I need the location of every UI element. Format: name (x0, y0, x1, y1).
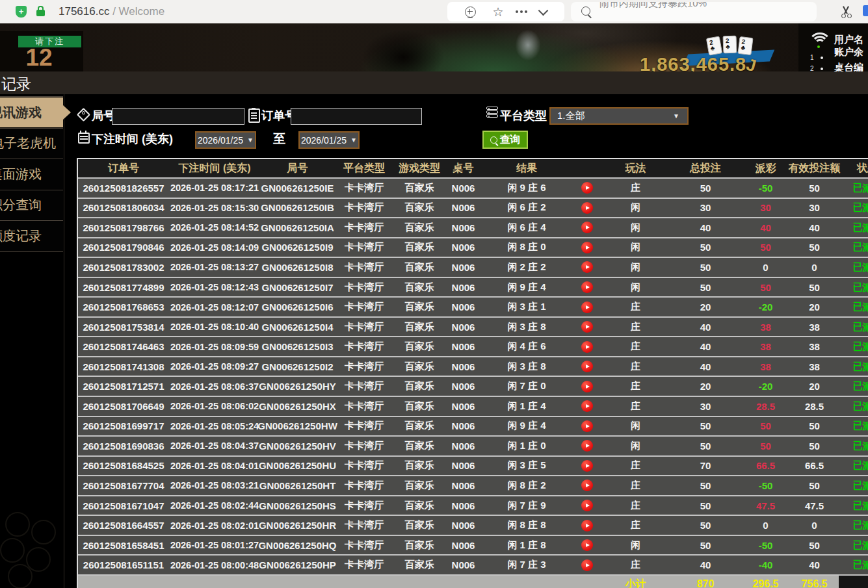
url-host: 175616.cc (59, 5, 109, 18)
cell-valid-bet: 50 (790, 476, 839, 495)
cell-status: 已派彩 (839, 437, 868, 455)
cell-valid-bet: 50 (790, 437, 839, 455)
play-video-button[interactable] (581, 381, 593, 392)
cell-bet-time: 2026-01-25 08:09:59 (169, 337, 260, 356)
scissors-icon[interactable] (840, 5, 853, 18)
cell-order-no: 260125081806034 (78, 199, 169, 218)
address-bar[interactable]: 175616.cc / Welcome (59, 5, 164, 18)
play-video-button[interactable] (581, 281, 593, 293)
play-video-button[interactable] (581, 261, 593, 273)
cell-order-no: 260125081677704 (78, 476, 169, 495)
cell-game-type: 百家乐 (393, 417, 445, 436)
date-from-select[interactable]: 2026/01/25▼ (195, 131, 256, 149)
table-row: 260125081658451 2026-01-25 08:01:27 GN00… (78, 535, 868, 555)
bet-records-table: 订单号 下注时间 (美东) 局号 平台类型 游戏类型 桌号 结果 玩法 总投注 … (77, 158, 868, 588)
cell-result: 闲 8 庄 0 (481, 238, 572, 257)
play-video-button[interactable] (581, 460, 593, 472)
play-video-button[interactable] (581, 479, 593, 491)
cell-platform: 卡卡湾厅 (335, 238, 393, 257)
date-to-select[interactable]: 2026/01/25▼ (298, 131, 360, 149)
cell-play: 庄 (601, 516, 670, 535)
search-input[interactable]: 闹市内期间支持暴跌10% (571, 2, 817, 21)
play-icon (586, 325, 590, 329)
play-video-button[interactable] (581, 202, 593, 214)
play-video-button[interactable] (581, 301, 593, 313)
platform-type-label: 平台类型 (500, 108, 547, 123)
cell-platform: 卡卡湾厅 (335, 337, 393, 356)
sidebar-item-points-query[interactable]: 积分查询 (0, 190, 63, 220)
cell-result: 闲 1 庄 4 (481, 397, 572, 416)
sidebar-item-table-games[interactable]: 桌面游戏 (0, 159, 63, 189)
play-video-button[interactable] (581, 341, 593, 353)
cell-game-type: 百家乐 (393, 298, 445, 316)
cell-platform: 卡卡湾厅 (335, 278, 393, 297)
sidebar-item-live-games[interactable]: 视讯游戏 (0, 97, 63, 127)
cell-order-no: 260125081658451 (78, 536, 169, 555)
header-bet-time: 下注时间 (美东) (169, 162, 260, 175)
zoom-plus-icon[interactable] (465, 6, 476, 18)
chevron-down-icon[interactable] (538, 5, 549, 16)
cell-payout: 38 (741, 318, 790, 337)
more-icon[interactable] (520, 10, 523, 13)
cell-status: 已派彩 (839, 457, 868, 476)
platform-select[interactable]: 1.全部▼ (549, 107, 689, 125)
cell-status: 已派彩 (839, 337, 868, 356)
cell-game-no: GN006261250I3 (260, 337, 335, 356)
shield-icon[interactable]: + (16, 6, 27, 18)
table-row: 260125081790846 2026-01-25 08:14:09 GN00… (78, 237, 868, 257)
cell-table-no: N006 (445, 437, 481, 455)
caret-down-icon: ▼ (247, 136, 254, 144)
sidebar-item-slots[interactable]: 电子老虎机 (0, 129, 63, 158)
cell-result: 闲 7 庄 0 (481, 377, 572, 396)
play-icon (586, 524, 590, 528)
game-no-input[interactable] (112, 108, 244, 125)
play-video-button[interactable] (581, 440, 593, 452)
cell-result: 闲 3 庄 1 (481, 298, 572, 316)
cell-total-bet: 40 (670, 337, 741, 356)
title-bar: 记录 (0, 71, 868, 94)
star-icon[interactable]: ☆ (493, 6, 504, 18)
cell-order-no: 260125081768653 (78, 298, 169, 316)
cell-payout: -50 (741, 536, 790, 555)
play-video-button[interactable] (581, 182, 593, 194)
live-video-header: 请下注 12 2♣ 2♣ 2♣ 1,863,465.8J 用户名 账户余 桌台编… (0, 23, 868, 71)
cell-table-no: N006 (445, 556, 481, 574)
cell-result: 闲 7 庄 9 (481, 496, 572, 515)
cell-total-bet: 70 (670, 457, 741, 476)
play-icon (586, 464, 590, 468)
play-video-button[interactable] (581, 420, 593, 432)
sidebar-item-credit-records[interactable]: 额度记录 (0, 221, 63, 251)
cell-game-type: 百家乐 (393, 536, 445, 555)
sidebar: 视讯游戏 电子老虎机 桌面游戏 积分查询 额度记录 (0, 94, 64, 588)
table-row: 260125081746463 2026-01-25 08:09:59 GN00… (78, 336, 868, 356)
play-video-button[interactable] (581, 539, 593, 551)
playing-card: 2♣ (706, 36, 722, 55)
table-row: 260125081783002 2026-01-25 08:13:27 GN00… (78, 257, 868, 277)
app-icon[interactable] (863, 5, 868, 16)
table-row: 260125081798766 2026-01-25 08:14:52 GN00… (78, 217, 868, 237)
cell-table-no: N006 (445, 298, 481, 316)
cell-valid-bet: 30 (790, 199, 839, 218)
play-video-button[interactable] (581, 222, 593, 233)
play-video-button[interactable] (581, 321, 593, 333)
cell-payout: 50 (741, 238, 790, 257)
caret-down-icon: ▼ (673, 112, 679, 120)
play-video-button[interactable] (581, 242, 593, 253)
lock-icon[interactable] (36, 10, 45, 16)
cell-platform: 卡卡湾厅 (335, 357, 393, 376)
cell-valid-bet: 20 (790, 377, 839, 396)
list-dot (821, 57, 823, 59)
play-icon (586, 563, 590, 567)
play-video-button[interactable] (581, 520, 593, 531)
cell-order-no: 260125081826557 (78, 179, 169, 198)
cell-game-no: GN006261250HV (260, 437, 335, 455)
cell-table-no: N006 (445, 278, 481, 297)
play-video-button[interactable] (581, 361, 593, 372)
query-button[interactable]: 查询 (482, 131, 528, 149)
browser-bar: + 175616.cc / Welcome ☆ 闹市内期间支持暴跌10% (0, 0, 868, 23)
play-video-button[interactable] (581, 400, 593, 412)
cell-game-type: 百家乐 (393, 516, 445, 535)
play-video-button[interactable] (581, 500, 593, 511)
play-video-button[interactable] (581, 559, 593, 571)
order-no-input[interactable] (291, 108, 422, 125)
